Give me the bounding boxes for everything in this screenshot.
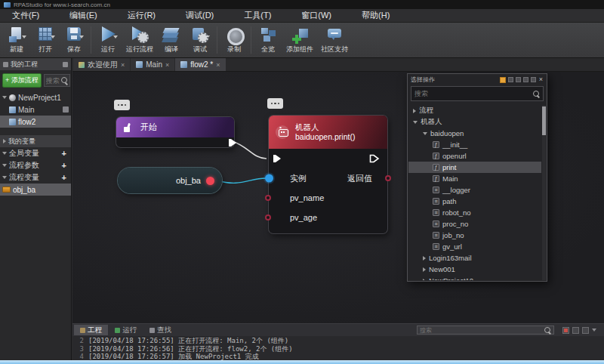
ops-tree-item-new001[interactable]: New001 bbox=[408, 264, 541, 275]
log-tab-run[interactable]: 运行 bbox=[109, 325, 143, 335]
chevron-right-icon[interactable] bbox=[423, 256, 426, 261]
close-icon[interactable]: × bbox=[216, 61, 220, 69]
tab-main[interactable]: Main × bbox=[131, 58, 174, 71]
chevron-down-icon[interactable] bbox=[2, 176, 7, 179]
menu-window[interactable]: 窗口(W) bbox=[289, 9, 344, 22]
menu-file[interactable]: 文件(F) bbox=[0, 9, 51, 22]
ops-tree-item-logger[interactable]: ≡__logger bbox=[408, 184, 541, 196]
var-group-global[interactable]: 全局变量 + bbox=[0, 147, 71, 159]
ops-tree-item-robot-no[interactable]: ≡robot_no bbox=[408, 207, 541, 218]
pin-icon[interactable] bbox=[63, 62, 68, 67]
community-support-button[interactable]: 社区支持 bbox=[317, 24, 352, 56]
panel-option-icon[interactable] bbox=[516, 77, 521, 82]
scrollbar[interactable] bbox=[542, 105, 546, 280]
tree-item-project-root[interactable]: NewProject1 bbox=[0, 91, 71, 103]
search-icon[interactable] bbox=[533, 91, 540, 97]
log-output[interactable]: 2 [2019/04/18 17:26:55] 正在打开流程: Main, 2个… bbox=[72, 336, 604, 360]
var-item-obj-ba[interactable]: obj_ba bbox=[0, 184, 71, 196]
ops-tree-item-baiduopen[interactable]: baiduopen bbox=[408, 128, 541, 139]
add-flow-param-button[interactable]: + bbox=[60, 161, 69, 170]
panel-option-icon[interactable] bbox=[508, 77, 513, 82]
chevron-right-icon[interactable] bbox=[3, 139, 6, 143]
comment-icon[interactable] bbox=[267, 98, 283, 109]
chevron-right-icon[interactable] bbox=[423, 279, 426, 281]
log-tab-project[interactable]: 工程 bbox=[74, 325, 108, 335]
variable-out-port[interactable] bbox=[206, 177, 214, 185]
robot-function-node[interactable]: 机器人 baiduopen.print() 实例 返回值 pv_name bbox=[269, 116, 387, 233]
wrap-log-icon[interactable] bbox=[572, 327, 579, 334]
tab-flow2[interactable]: flow2 * × bbox=[175, 58, 225, 71]
ops-tree-item-newproject10[interactable]: NewProject10 bbox=[408, 275, 541, 280]
chevron-down-icon[interactable] bbox=[2, 96, 7, 99]
chevron-down-icon[interactable] bbox=[592, 329, 596, 332]
tab-welcome[interactable]: 欢迎使用 × bbox=[73, 58, 130, 71]
record-button[interactable]: 录制 bbox=[220, 24, 248, 56]
log-tab-find[interactable]: 查找 bbox=[143, 325, 177, 335]
pv-age-port[interactable] bbox=[265, 214, 271, 221]
pv-name-port[interactable] bbox=[265, 195, 271, 201]
start-node[interactable]: 开始 bbox=[116, 117, 234, 147]
comment-icon[interactable] bbox=[114, 100, 130, 110]
debug-button[interactable]: 调试 bbox=[186, 24, 214, 56]
ops-tree-item-init[interactable]: ƒ__init__ bbox=[408, 139, 541, 150]
ops-tree-item-robot[interactable]: 机器人 bbox=[408, 116, 541, 128]
add-global-var-button[interactable]: + bbox=[60, 149, 69, 158]
ops-tree-item-gv-url[interactable]: ≡gv_url bbox=[408, 241, 541, 252]
chevron-right-icon[interactable] bbox=[423, 267, 426, 272]
panel-pin-icon[interactable] bbox=[523, 77, 528, 82]
chevron-down-icon[interactable] bbox=[413, 121, 418, 124]
variable-node-obj-ba[interactable]: obj_ba bbox=[118, 168, 222, 193]
ops-tree-item-main[interactable]: ƒMain bbox=[408, 173, 541, 184]
ops-tree-item-flow[interactable]: 流程 bbox=[408, 105, 541, 116]
var-group-params[interactable]: 流程参数 + bbox=[0, 159, 71, 171]
add-component-button[interactable]: 添加组件 bbox=[282, 24, 317, 56]
exec-wire[interactable] bbox=[233, 141, 267, 159]
instance-port[interactable] bbox=[265, 174, 273, 183]
ops-tree-item-job-no[interactable]: ≡job_no bbox=[408, 230, 541, 241]
menu-edit[interactable]: 编辑(E) bbox=[57, 9, 109, 22]
chevron-down-icon[interactable] bbox=[205, 35, 210, 39]
project-search-input[interactable] bbox=[46, 77, 61, 85]
ops-tree-item-print[interactable]: ƒprint bbox=[408, 162, 541, 173]
data-wire[interactable] bbox=[217, 178, 266, 183]
menu-run[interactable]: 运行(R) bbox=[116, 9, 168, 22]
close-icon[interactable]: × bbox=[538, 76, 544, 83]
exec-out-port[interactable] bbox=[229, 139, 236, 147]
chevron-down-icon[interactable] bbox=[423, 132, 427, 135]
ops-tree-item-path[interactable]: ≡path bbox=[408, 196, 541, 207]
chevron-down-icon[interactable] bbox=[2, 152, 7, 155]
scrollbar-thumb[interactable] bbox=[542, 106, 546, 135]
panel-mode-icon[interactable] bbox=[500, 77, 506, 83]
add-flow-button[interactable]: + 添加流程 bbox=[2, 73, 42, 88]
close-icon[interactable]: × bbox=[165, 61, 169, 69]
chevron-right-icon[interactable] bbox=[413, 109, 416, 113]
menu-debug[interactable]: 调试(D) bbox=[174, 9, 226, 22]
add-flow-var-button[interactable]: + bbox=[60, 173, 69, 182]
tree-item-main-flow[interactable]: Main bbox=[0, 103, 71, 116]
export-log-icon[interactable] bbox=[582, 327, 589, 334]
chevron-down-icon[interactable] bbox=[2, 164, 7, 167]
run-flow-button[interactable]: 运行流程 bbox=[122, 24, 157, 56]
exec-in-port[interactable] bbox=[273, 155, 281, 162]
open-button[interactable]: 打开 bbox=[31, 24, 60, 56]
save-button[interactable]: 保存 bbox=[60, 24, 88, 56]
ops-tree-item-openurl[interactable]: ƒopenurl bbox=[408, 150, 541, 162]
new-button[interactable]: 新建 bbox=[2, 24, 31, 56]
return-port[interactable] bbox=[385, 175, 391, 181]
ops-tree-item-proc-no[interactable]: ≡proc_no bbox=[408, 218, 541, 230]
run-button[interactable]: 运行 bbox=[94, 24, 122, 56]
chevron-down-icon[interactable] bbox=[51, 35, 55, 39]
search-icon[interactable] bbox=[61, 77, 68, 84]
overview-button[interactable]: 全览 bbox=[254, 24, 282, 56]
search-icon[interactable] bbox=[544, 327, 551, 334]
menu-tools[interactable]: 工具(T) bbox=[232, 9, 283, 22]
chevron-down-icon[interactable] bbox=[113, 35, 118, 39]
exec-out-port[interactable] bbox=[369, 154, 380, 163]
tree-item-flow2[interactable]: flow2 bbox=[0, 116, 71, 128]
panel-dock-icon[interactable] bbox=[531, 77, 536, 82]
compile-button[interactable]: 编译 bbox=[157, 24, 186, 56]
log-search-input[interactable] bbox=[420, 327, 544, 334]
chevron-down-icon[interactable] bbox=[79, 35, 84, 39]
ops-tree-item-login163mail[interactable]: Login163mail bbox=[408, 252, 541, 264]
var-group-flow-vars[interactable]: 流程变量 + bbox=[0, 171, 71, 184]
